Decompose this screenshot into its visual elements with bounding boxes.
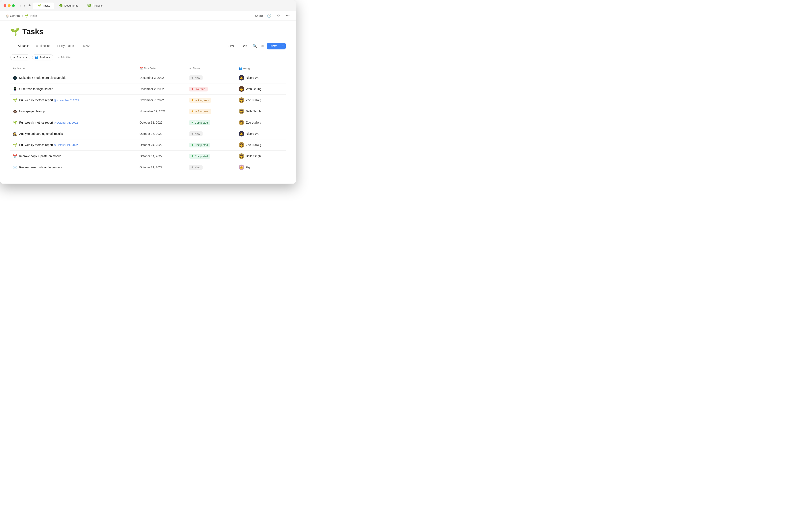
task-name-cell: 🕵️ Analyze onboarding email results: [10, 128, 137, 139]
task-status: Overdue: [187, 83, 236, 95]
task-status: Completed: [187, 151, 236, 162]
tab-timeline[interactable]: ≡ Timeline: [33, 42, 54, 50]
task-due-date: October 24, 2022: [137, 139, 187, 151]
avatar-emoji: 👩: [240, 155, 243, 158]
back-button[interactable]: ‹: [19, 3, 22, 8]
add-filter-plus: +: [58, 56, 60, 59]
table-row[interactable]: 🌱 Pull weekly metrics report @October 24…: [10, 139, 286, 151]
page-title: Tasks: [22, 27, 43, 36]
titlebar-tabs: 🌱 Tasks 🌿 Documents 🌿 Projects: [33, 3, 293, 9]
tasks-tab-label: Tasks: [43, 4, 50, 7]
assignee-name: Bella Singh: [246, 155, 261, 158]
status-label: Overdue: [195, 88, 205, 91]
avatar: 👩: [239, 120, 244, 125]
task-assignee: 👩 Zoe Ludwig: [236, 95, 286, 106]
assign-filter-chip[interactable]: 👥 Assign ▾: [32, 54, 53, 60]
search-button[interactable]: 🔍: [252, 43, 258, 49]
table-row[interactable]: 📱 UI refresh for login screen December 2…: [10, 83, 286, 95]
avatar: 👩: [239, 153, 244, 159]
assign-filter-icon: 👥: [35, 56, 38, 59]
new-button-label: New: [267, 43, 280, 49]
share-button[interactable]: Share: [255, 14, 263, 17]
status-label: Completed: [195, 155, 208, 158]
table-row[interactable]: 🌱 Pull weekly metrics report @November 7…: [10, 95, 286, 106]
col-name-label: Name: [17, 67, 25, 70]
tab-all-tasks[interactable]: ⊞ All Tasks: [10, 42, 33, 50]
assign-filter-chevron: ▾: [49, 56, 51, 59]
table-row[interactable]: 🕵️ Analyze onboarding email results Octo…: [10, 128, 286, 139]
status-filter-icon: ✦: [13, 56, 15, 59]
timeline-icon: ≡: [36, 44, 38, 48]
task-due-date: November 7, 2022: [137, 95, 187, 106]
col-assign-label: Assign: [243, 67, 251, 70]
task-name: Revamp user onboarding emails: [19, 166, 62, 169]
col-due-label: Due Date: [144, 67, 156, 70]
status-label: New: [195, 166, 200, 169]
main-content: 🌱 Tasks ⊞ All Tasks ≡ Timeline ⊟ By Stat…: [0, 20, 296, 180]
task-name-cell: 🏚️ Homepage cleanup: [10, 106, 137, 117]
tab-tasks[interactable]: 🌱 Tasks: [33, 3, 54, 9]
close-button[interactable]: [4, 4, 6, 7]
task-name-cell: 🌱 Pull weekly metrics report @October 31…: [10, 117, 137, 128]
task-name-cell: ✂️ Improve copy + paste on mobile: [10, 151, 137, 162]
sort-button[interactable]: Sort: [239, 43, 250, 49]
projects-tab-icon: 🌿: [87, 4, 91, 8]
table-row[interactable]: ✂️ Improve copy + paste on mobile Octobe…: [10, 151, 286, 162]
breadcrumb-current[interactable]: 🌱 Tasks: [25, 14, 37, 17]
all-tasks-icon: ⊞: [14, 44, 16, 48]
minimize-button[interactable]: [8, 4, 11, 7]
filter-label: Filter: [227, 44, 234, 48]
more-views-button[interactable]: 3 more...: [77, 42, 96, 50]
new-btn-dropdown[interactable]: ▾: [280, 43, 286, 49]
tab-by-status[interactable]: ⊟ By Status: [54, 42, 78, 50]
breadcrumb: 🏠 General / 🌱 Tasks: [5, 14, 37, 17]
status-dot: [192, 166, 193, 168]
filter-button[interactable]: Filter: [224, 43, 237, 49]
task-status: In Progress: [187, 95, 236, 106]
documents-tab-icon: 🌿: [59, 4, 63, 8]
tasks-tab-icon: 🌱: [38, 4, 42, 8]
fullscreen-button[interactable]: [12, 4, 15, 7]
status-filter-chip[interactable]: ✦ Status ▾: [10, 54, 30, 60]
status-label: New: [195, 132, 200, 135]
status-label: New: [195, 76, 200, 79]
tab-projects[interactable]: 🌿 Projects: [83, 3, 107, 9]
task-name: Improve copy + paste on mobile: [19, 155, 61, 158]
forward-button[interactable]: ›: [23, 3, 26, 8]
avatar: 👩: [239, 75, 244, 80]
history-button[interactable]: 🕐: [266, 13, 272, 19]
star-button[interactable]: ☆: [275, 13, 282, 19]
view-tabs: ⊞ All Tasks ≡ Timeline ⊟ By Status 3 mor…: [10, 42, 286, 50]
status-dot: [192, 88, 193, 90]
task-name: Make dark mode more discoverable: [19, 76, 66, 79]
breadcrumb-current-icon: 🌱: [25, 14, 28, 17]
status-dot: [192, 110, 193, 112]
avatar: 👩: [239, 142, 244, 148]
task-assignee: 👩 Nicole Wu: [236, 72, 286, 83]
breadcrumb-home[interactable]: 🏠 General: [5, 14, 20, 17]
task-assignee: 👩 Nicole Wu: [236, 128, 286, 139]
tab-documents[interactable]: 🌿 Documents: [55, 3, 83, 9]
table-row[interactable]: 🏚️ Homepage cleanup November 19, 2022 In…: [10, 106, 286, 117]
table-row[interactable]: ✉️ Revamp user onboarding emails October…: [10, 162, 286, 173]
more-toolbar-button[interactable]: •••: [259, 43, 265, 49]
new-tab-button[interactable]: +: [29, 3, 31, 8]
task-name: Pull weekly metrics report @November 7, …: [19, 99, 79, 102]
more-button[interactable]: •••: [285, 13, 291, 19]
task-name-cell: ✉️ Revamp user onboarding emails: [10, 162, 137, 173]
task-status: New: [187, 162, 236, 173]
task-emoji: ✉️: [13, 165, 17, 169]
task-name-cell: 🌱 Pull weekly metrics report @October 24…: [10, 139, 137, 151]
task-due-date: October 21, 2022: [137, 162, 187, 173]
breadcrumb-separator: /: [22, 14, 23, 17]
table-row[interactable]: 🌑 Make dark mode more discoverable Decem…: [10, 72, 286, 83]
nav-buttons: ‹ ›: [19, 3, 26, 8]
traffic-lights: [4, 4, 15, 7]
table-row[interactable]: 🌱 Pull weekly metrics report @October 31…: [10, 117, 286, 128]
task-name: Analyze onboarding email results: [19, 132, 63, 135]
assign-filter-label: Assign: [40, 56, 48, 59]
by-status-label: By Status: [61, 44, 74, 48]
new-button[interactable]: New ▾: [267, 43, 286, 49]
task-emoji: 🌱: [13, 143, 17, 147]
add-filter-button[interactable]: + Add filter: [55, 55, 74, 60]
